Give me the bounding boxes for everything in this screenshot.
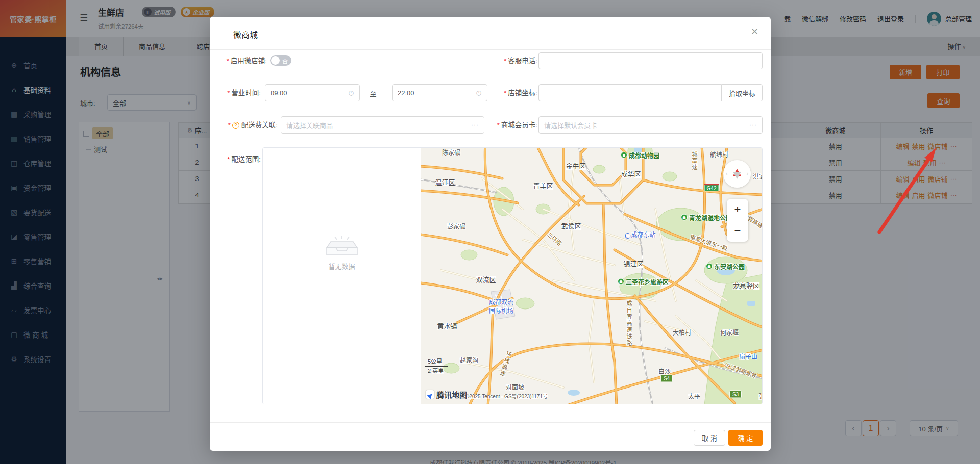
empty-text: 暂无数据 — [263, 261, 421, 271]
modal-header: 微商城 ✕ — [210, 17, 771, 50]
empty-box-icon — [326, 235, 358, 257]
map-scale-bar: 5公里 2 英里 — [425, 358, 448, 375]
delivery-fee-select[interactable]: 请选择关联商品··· — [281, 116, 484, 134]
member-card-select[interactable]: 请选择默认会员卡··· — [538, 116, 763, 134]
delivery-range-label: *配送范围: — [210, 154, 261, 165]
confirm-button[interactable]: 确 定 — [728, 430, 763, 446]
store-coord-label: *店铺坐标: — [465, 88, 537, 99]
service-phone-label: *客服电话: — [465, 56, 537, 67]
zoom-out-button[interactable]: − — [727, 220, 748, 242]
zoom-in-button[interactable]: + — [727, 199, 748, 220]
range-list-empty: 暂无数据 — [263, 148, 421, 404]
compass-control[interactable]: ‹ › — [723, 160, 751, 188]
cancel-button[interactable]: 取 消 — [694, 430, 725, 446]
map-brand-icon — [426, 390, 434, 399]
ellipsis-icon[interactable]: ··· — [749, 121, 757, 128]
pick-coord-button[interactable]: 拾取坐标 — [722, 84, 763, 101]
app-screen: 管家婆·熊掌柜 ⊕首页⌂基础资料▤采购管理▦销售管理◫仓库管理▣资金管理▧要货配… — [0, 0, 980, 464]
to-label: 至 — [370, 88, 377, 98]
clock-icon: ◷ — [349, 89, 354, 96]
modal-title: 微商城 — [233, 28, 258, 40]
enable-store-toggle[interactable]: 否 — [270, 55, 291, 66]
tencent-map[interactable]: 陈家碾金牛区•成都动物园航纬村城高速温江区青羊区成华区洪安G42沪蓉高速彭家碾武… — [421, 148, 763, 404]
map-canvas — [421, 148, 763, 404]
map-zoom-control: + − — [727, 199, 748, 242]
delivery-range-box: 暂无数据 — [262, 147, 763, 404]
toggle-off-text: 否 — [282, 57, 288, 65]
modal-footer: 取 消 确 定 — [210, 422, 771, 451]
delivery-fee-label: *?配送费关联: — [210, 120, 278, 131]
close-icon[interactable]: ✕ — [751, 26, 758, 37]
mall-settings-modal: 微商城 ✕ *启用微店铺: 否 *客服电话: *营业时间: 09:00◷ 至 2… — [210, 17, 771, 451]
compass-right-arrow: › — [747, 171, 748, 176]
store-coord-input[interactable] — [538, 84, 722, 101]
service-phone-input[interactable] — [538, 52, 763, 69]
compass-south-needle — [733, 172, 741, 183]
map-copyright: ©2025 Tencent - GS粤(2023)1171号 — [465, 392, 548, 400]
open-time-input[interactable]: 09:00◷ — [265, 84, 360, 101]
compass-left-arrow: ‹ — [726, 171, 727, 176]
toggle-knob — [271, 56, 280, 65]
business-hours-label: *营业时间: — [210, 88, 261, 99]
member-card-label: *商城会员卡: — [465, 120, 537, 131]
enable-store-label: *启用微店铺: — [210, 56, 267, 67]
tencent-map-logo: 腾讯地图 — [426, 389, 467, 400]
help-icon[interactable]: ? — [232, 122, 239, 129]
